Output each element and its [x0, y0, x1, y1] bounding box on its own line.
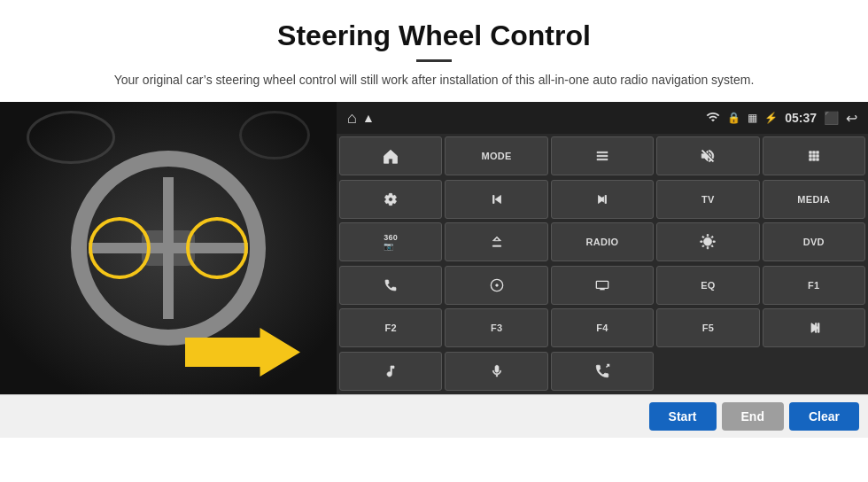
sim-icon: ▦	[748, 112, 757, 124]
btn-dvd[interactable]: DVD	[763, 222, 865, 261]
subtitle: Your original car’s steering wheel contr…	[0, 71, 868, 89]
btn-empty1	[656, 352, 759, 391]
btn-brightness[interactable]	[656, 222, 759, 261]
btn-media[interactable]: MEDIA	[763, 180, 865, 219]
panel-topbar: ⌂ ▲ 🔒 ▦ ⚡ 05:37 ⬛ ↩	[337, 102, 868, 134]
btn-screen[interactable]	[551, 266, 654, 305]
btn-tv[interactable]: TV	[656, 180, 759, 219]
control-panel: ⌂ ▲ 🔒 ▦ ⚡ 05:37 ⬛ ↩ MODE	[337, 102, 868, 394]
title-divider	[416, 59, 452, 62]
svg-rect-2	[596, 281, 608, 288]
bottom-bar: Start End Clear	[0, 394, 868, 438]
btn-f4[interactable]: F4	[551, 308, 654, 347]
nav-icon: ▲	[362, 111, 375, 125]
btn-call[interactable]	[551, 352, 654, 391]
btn-playpause[interactable]	[763, 308, 865, 347]
btn-compass[interactable]	[445, 266, 547, 305]
btn-f3[interactable]: F3	[445, 308, 547, 347]
btn-radio[interactable]: RADIO	[551, 222, 654, 261]
btn-f5[interactable]: F5	[656, 308, 759, 347]
btn-list[interactable]	[551, 136, 654, 175]
back-icon[interactable]: ↩	[846, 110, 857, 127]
button-grid: MODE TV MEDIA 360📷	[337, 134, 868, 394]
svg-point-1	[495, 284, 498, 286]
clear-button[interactable]: Clear	[789, 402, 859, 431]
wifi-icon	[706, 110, 720, 127]
screen-icon: ⬛	[824, 111, 839, 125]
btn-music[interactable]	[339, 352, 442, 391]
btn-phone[interactable]	[339, 266, 442, 305]
btn-apps[interactable]	[763, 136, 865, 175]
btn-f1[interactable]: F1	[763, 266, 865, 305]
btn-empty2	[763, 352, 865, 391]
lock-icon: 🔒	[727, 112, 740, 124]
page-title: Steering Wheel Control	[0, 0, 868, 52]
btn-mode[interactable]: MODE	[445, 136, 547, 175]
bt-icon: ⚡	[764, 112, 778, 124]
btn-360[interactable]: 360📷	[339, 222, 442, 261]
btn-fastforward[interactable]	[551, 180, 654, 219]
btn-settings[interactable]	[339, 180, 442, 219]
btn-eject[interactable]	[445, 222, 547, 261]
home-icon[interactable]: ⌂	[347, 109, 357, 128]
btn-eq[interactable]: EQ	[656, 266, 759, 305]
start-button[interactable]: Start	[649, 402, 717, 431]
steering-wheel-image	[0, 102, 337, 394]
btn-mic[interactable]	[445, 352, 547, 391]
time-display: 05:37	[785, 111, 817, 125]
btn-nav[interactable]	[339, 136, 442, 175]
btn-rewind[interactable]	[445, 180, 547, 219]
end-button[interactable]: End	[722, 402, 784, 431]
btn-f2[interactable]: F2	[339, 308, 442, 347]
btn-mute[interactable]	[656, 136, 759, 175]
